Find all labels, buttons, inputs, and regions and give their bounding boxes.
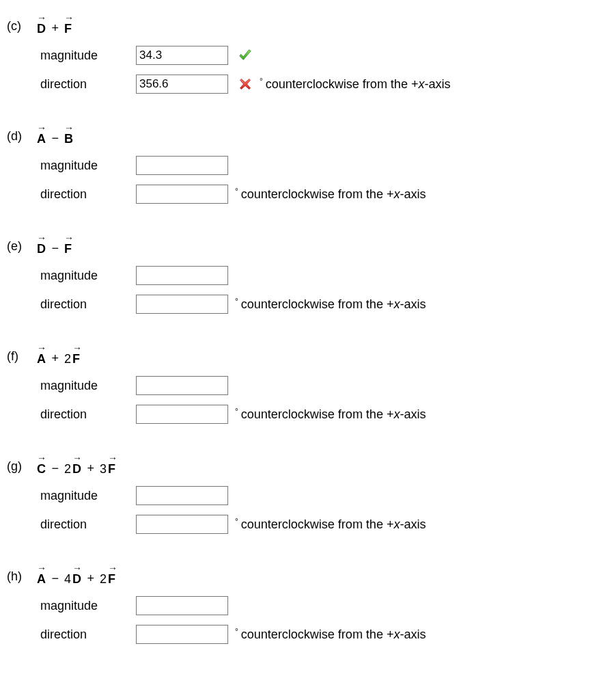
vector-f: →F [108,455,116,476]
vector-letter: A [37,572,46,586]
magnitude-row: magnitude [40,156,603,175]
magnitude-row: magnitude [40,486,603,505]
magnitude-input[interactable] [136,486,228,505]
operator: − [51,461,61,476]
problem-header: (d)→A−→B [7,125,603,146]
problem-f: (f)→A+2→Fmagnitudedirection° countercloc… [7,345,603,424]
direction-units: ° counterclockwise from the +x-axis [235,517,426,532]
ccw-text-part1: counterclockwise from the + [241,297,394,312]
problem-header: (h)→A−4→D+2→F [7,565,603,587]
ccw-text-part1: counterclockwise from the + [241,407,394,422]
direction-input[interactable] [136,625,228,644]
operator: + [51,21,61,36]
vector-arrow-icon: → [72,344,81,352]
vector-d: →D [72,455,82,476]
magnitude-label: magnitude [40,599,136,613]
vector-b: →B [64,125,74,146]
magnitude-input[interactable] [136,266,228,285]
vector-letter: F [64,22,72,36]
vector-letter: D [72,572,82,586]
vector-a: →A [37,565,46,587]
direction-input[interactable] [136,75,228,94]
direction-input[interactable] [136,185,228,204]
vector-letter: D [37,22,46,36]
ccw-text-part1: counterclockwise from the + [241,628,394,642]
vector-arrow-icon: → [37,124,46,132]
vector-arrow-icon: → [72,454,82,462]
magnitude-input[interactable] [136,46,228,65]
direction-input[interactable] [136,405,228,424]
magnitude-row: magnitude [40,376,603,395]
vector-c: →C [37,455,46,476]
magnitude-input[interactable] [136,596,228,615]
magnitude-label: magnitude [40,489,136,503]
ccw-text-part1: counterclockwise from the + [241,187,394,202]
vector-arrow-icon: → [64,124,74,132]
vector-f: →F [108,565,116,587]
problem-label: (f) [7,345,37,364]
magnitude-label: magnitude [40,49,136,63]
vector-arrow-icon: → [37,234,46,242]
degree-symbol: ° [235,517,238,526]
ccw-text-part2: -axis [400,628,426,642]
degree-symbol: ° [260,77,263,86]
vector-arrow-icon: → [37,454,46,462]
direction-label: direction [40,407,136,422]
vector-f: →F [72,345,81,366]
vector-arrow-icon: → [72,564,82,572]
problem-label: (e) [7,235,37,254]
direction-input[interactable] [136,295,228,314]
magnitude-row: magnitude [40,46,603,65]
degree-symbol: ° [235,627,238,636]
operator: − [51,571,61,587]
ccw-text-part2: -axis [400,187,426,202]
ccw-text-part2: -axis [400,517,426,532]
expression: →A+2→F [37,345,81,366]
problem-inputs: magnitudedirection° counterclockwise fro… [40,596,603,644]
vector-arrow-icon: → [64,14,72,22]
direction-units: ° counterclockwise from the +x-axis [260,77,450,92]
magnitude-input[interactable] [136,156,228,175]
direction-units: ° counterclockwise from the +x-axis [235,297,426,312]
problem-label: (d) [7,125,37,144]
ccw-text-x: x [393,187,400,202]
vector-d: →D [37,235,46,256]
vector-arrow-icon: → [108,564,116,572]
problem-header: (c)→D+→F [7,15,603,36]
direction-row: direction° counterclockwise from the +x-… [40,75,603,94]
problem-header: (e)→D−→F [7,235,603,256]
vector-f: →F [64,15,72,36]
vector-letter: C [37,462,46,476]
vector-letter: A [37,352,46,366]
ccw-text-part2: -axis [400,297,426,312]
magnitude-label: magnitude [40,269,136,283]
direction-row: direction° counterclockwise from the +x-… [40,185,603,204]
cross-icon [238,77,253,92]
ccw-text-part2: -axis [400,407,426,422]
ccw-text-x: x [393,297,400,312]
direction-input[interactable] [136,515,228,534]
expression: →A−→B [37,125,74,146]
vector-d: →D [72,565,82,587]
operator: − [51,131,61,146]
vector-letter: D [72,462,82,476]
vector-letter: F [108,572,116,586]
vector-letter: F [64,242,72,256]
vector-arrow-icon: → [108,454,116,462]
problem-g: (g)→C−2→D+3→Fmagnitudedirection° counter… [7,455,603,534]
problem-label: (c) [7,15,37,33]
vector-letter: D [37,242,46,256]
magnitude-input[interactable] [136,376,228,395]
problem-header: (g)→C−2→D+3→F [7,455,603,476]
ccw-text-x: x [393,517,400,532]
ccw-text-x: x [393,628,400,642]
expression: →D−→F [37,235,72,256]
direction-label: direction [40,187,136,202]
direction-label: direction [40,628,136,642]
direction-row: direction° counterclockwise from the +x-… [40,295,603,314]
problem-label: (h) [7,565,37,584]
problem-c: (c)→D+→Fmagnitudedirection° counterclock… [7,15,603,94]
expression: →D+→F [37,15,72,36]
vector-a: →A [37,125,46,146]
problem-d: (d)→A−→Bmagnitudedirection° counterclock… [7,125,603,204]
